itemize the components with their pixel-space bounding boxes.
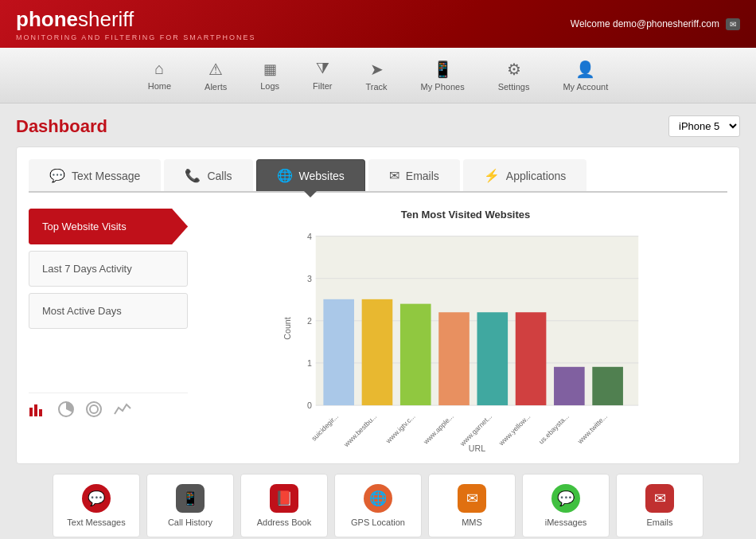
shortcut-emails[interactable]: ✉ Emails [616, 474, 703, 537]
tab-websites-label: Websites [299, 170, 345, 182]
tab-bar: 💬 Text Message 📞 Calls 🌐 Websites ✉ Emai… [29, 159, 727, 193]
svg-rect-22 [477, 312, 508, 405]
nav-myphones[interactable]: 📱 My Phones [408, 53, 477, 98]
sidebar-item-most-active[interactable]: Most Active Days [29, 293, 188, 329]
mms-label: MMS [462, 518, 482, 527]
svg-rect-21 [438, 312, 470, 405]
svg-rect-0 [29, 408, 33, 416]
navigation: ⌂ Home ⚠ Alerts ▦ Logs ⧩ Filter ➤ Track … [0, 48, 756, 104]
device-select[interactable]: iPhone 5 iPhone 4 iPad [668, 115, 740, 137]
shortcut-address-book[interactable]: 📕 Address Book [240, 474, 328, 537]
tab-emails[interactable]: ✉ Emails [368, 159, 460, 191]
applications-icon: ⚡ [484, 168, 500, 183]
svg-rect-19 [362, 299, 393, 405]
call-history-label: Call History [168, 518, 212, 527]
nav-track[interactable]: ➤ Track [353, 53, 400, 98]
logo-phone: phone [16, 7, 78, 31]
svg-rect-20 [400, 304, 431, 405]
filter-icon: ⧩ [316, 60, 329, 78]
svg-text:URL: URL [469, 443, 485, 451]
line-chart-icon[interactable] [114, 401, 131, 421]
emails-shortcut-label: Emails [646, 518, 672, 527]
nav-home-label: Home [148, 81, 171, 91]
sidebar-item-top-visits[interactable]: Top Website Visits [29, 209, 188, 244]
sidebar: Top Website Visits Last 7 Days Activity … [29, 209, 188, 451]
donut-chart-icon[interactable] [86, 401, 102, 421]
sidebar-item-last7days[interactable]: Last 7 Days Activity [29, 251, 188, 287]
svg-text:1: 1 [307, 358, 312, 368]
tab-applications-label: Applications [506, 170, 567, 182]
tab-applications[interactable]: ⚡ Applications [463, 159, 587, 191]
imessages-icon: 💬 [551, 484, 580, 513]
pie-chart-icon[interactable] [58, 401, 74, 421]
header: phonesheriff MONITORING AND FILTERING FO… [0, 0, 756, 48]
header-user: Welcome demo@phonesheriff.com ✉ [571, 18, 740, 30]
tab-text-message[interactable]: 💬 Text Message [29, 159, 161, 191]
chart-container: 4 3 2 1 0 Count [204, 228, 727, 451]
svg-rect-25 [592, 367, 623, 405]
svg-rect-24 [554, 367, 585, 405]
shortcut-imessages[interactable]: 💬 iMessages [522, 474, 610, 537]
chart-area: Ten Most Visited Websites 4 3 [204, 209, 727, 451]
svg-rect-23 [516, 312, 547, 405]
logo-subtitle: MONITORING AND FILTERING FOR SMARTPHONES [16, 33, 256, 41]
imessages-label: iMessages [545, 518, 587, 527]
device-dropdown[interactable]: iPhone 5 iPhone 4 iPad [668, 115, 740, 137]
svg-text:0: 0 [307, 400, 312, 410]
welcome-text: Welcome demo@phonesheriff.com [571, 18, 719, 29]
gps-location-icon: 🌐 [364, 484, 392, 513]
nav-filter-label: Filter [313, 81, 332, 91]
nav-myaccount[interactable]: 👤 My Account [550, 53, 621, 98]
svg-text:Count: Count [283, 317, 292, 339]
shortcuts-bar: 💬 Text Messages 📱 Call History 📕 Address… [16, 464, 740, 537]
mms-icon: ✉ [458, 484, 486, 513]
nav-logs[interactable]: ▦ Logs [247, 54, 292, 97]
track-icon: ➤ [370, 60, 384, 79]
tab-websites[interactable]: 🌐 Websites [256, 159, 365, 191]
svg-text:www.twitte...: www.twitte... [575, 412, 609, 446]
svg-text:3: 3 [307, 274, 312, 283]
nav-alerts[interactable]: ⚠ Alerts [192, 53, 240, 98]
bar-chart-svg: 4 3 2 1 0 Count [204, 228, 727, 451]
svg-rect-18 [323, 299, 354, 405]
svg-point-5 [90, 405, 98, 413]
shortcut-call-history[interactable]: 📱 Call History [146, 474, 234, 537]
nav-settings-label: Settings [498, 82, 530, 92]
email-icon[interactable]: ✉ [726, 18, 740, 30]
nav-home[interactable]: ⌂ Home [135, 53, 184, 97]
emails-shortcut-icon: ✉ [645, 484, 674, 513]
bar-chart-icon[interactable] [29, 401, 46, 421]
nav-track-label: Track [366, 82, 388, 92]
nav-myphones-label: My Phones [421, 82, 465, 92]
nav-myaccount-label: My Account [563, 82, 608, 92]
svg-text:2: 2 [307, 316, 312, 326]
shortcut-text-messages[interactable]: 💬 Text Messages [53, 474, 140, 537]
logo-sheriff: sheriff [78, 7, 134, 31]
alerts-icon: ⚠ [208, 60, 223, 79]
svg-text:4: 4 [307, 232, 312, 241]
tab-calls[interactable]: 📞 Calls [164, 159, 252, 191]
content: Dashboard iPhone 5 iPhone 4 iPad 💬 Text … [0, 104, 756, 539]
text-message-icon: 💬 [49, 168, 65, 183]
dashboard-header: Dashboard iPhone 5 iPhone 4 iPad [16, 115, 740, 137]
settings-icon: ⚙ [507, 60, 521, 79]
gps-location-label: GPS Location [351, 518, 405, 527]
nav-alerts-label: Alerts [205, 82, 227, 92]
home-icon: ⌂ [154, 60, 164, 78]
nav-settings[interactable]: ⚙ Settings [485, 53, 543, 98]
tab-emails-label: Emails [406, 170, 439, 182]
nav-filter[interactable]: ⧩ Filter [300, 53, 345, 97]
main-card: 💬 Text Message 📞 Calls 🌐 Websites ✉ Emai… [16, 146, 740, 464]
address-book-label: Address Book [257, 518, 311, 527]
shortcut-mms[interactable]: ✉ MMS [428, 474, 516, 537]
myaccount-icon: 👤 [575, 60, 595, 79]
svg-rect-2 [39, 409, 42, 416]
shortcut-gps-location[interactable]: 🌐 GPS Location [334, 474, 422, 537]
calls-icon: 📞 [185, 168, 201, 183]
svg-text:www.bestbu...: www.bestbu... [341, 412, 378, 449]
logo: phonesheriff MONITORING AND FILTERING FO… [16, 7, 256, 41]
chart-type-selector [29, 393, 188, 421]
chart-title: Ten Most Visited Websites [204, 209, 727, 221]
svg-text:us.ebaysta...: us.ebaysta... [537, 412, 571, 446]
tab-text-message-label: Text Message [72, 170, 140, 182]
